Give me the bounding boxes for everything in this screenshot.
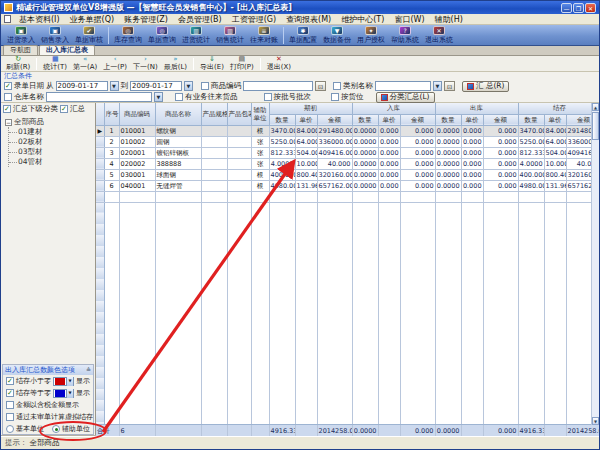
- table-scroll-area[interactable]: 序号商品编码商品名称产品规格产品包装辅助单位期初入库出库结存数量单价金额数量单价…: [96, 103, 599, 424]
- sum-sub-checkbox[interactable]: [3, 105, 11, 113]
- unit-radio-0[interactable]: [6, 425, 14, 433]
- tree-item-0[interactable]: 01建材: [9, 127, 95, 137]
- category-dropdown-icon[interactable]: ▼: [433, 81, 442, 91]
- toolbar-button-8[interactable]: ✱单据配置: [286, 25, 320, 46]
- empty-cell: [317, 224, 352, 235]
- maximize-button[interactable]: ❐: [573, 3, 584, 13]
- option-checkbox[interactable]: [6, 401, 14, 409]
- warehouse-dropdown-icon[interactable]: ▼: [154, 92, 163, 102]
- cell-value: 0.0000: [352, 136, 378, 147]
- row-selector[interactable]: ▶: [96, 125, 104, 136]
- report-toolbar-button-6[interactable]: ⇓导出(E): [197, 56, 227, 71]
- minimize-button[interactable]: —: [561, 3, 572, 13]
- summarize-button[interactable]: 汇 总(R): [462, 81, 509, 92]
- scroll-thumb[interactable]: [592, 112, 599, 140]
- product-code-browse-button[interactable]: ⊡: [315, 81, 326, 91]
- cell-value: 0.000: [483, 147, 518, 158]
- tree-item-1[interactable]: 02板材: [9, 137, 95, 147]
- toolbar-button-3[interactable]: ◎库存查询: [111, 25, 145, 46]
- report-toolbar-button-3[interactable]: ‹上一(P): [100, 56, 130, 71]
- pin-icon[interactable]: ≙: [86, 365, 91, 375]
- tree-item-3[interactable]: 04管材: [9, 157, 95, 167]
- product-code-input[interactable]: [243, 81, 313, 91]
- menu-item-6[interactable]: 维护中心(T): [336, 14, 389, 25]
- toolbar-button-5[interactable]: ▥进货统计: [179, 25, 213, 46]
- report-toolbar-button-1[interactable]: ▦统计(T): [40, 56, 70, 71]
- warehouse-input[interactable]: [46, 92, 152, 102]
- vertical-scrollbar[interactable]: ▲ ▼: [591, 103, 599, 425]
- toolbar-button-9[interactable]: ▼数据备份: [320, 25, 354, 46]
- tab-inout-summary[interactable]: 出入库汇总表: [39, 45, 95, 55]
- row-selector[interactable]: [96, 158, 104, 169]
- toolbar-button-7[interactable]: ≡往来对账: [247, 25, 281, 46]
- empty-cell: [483, 290, 518, 301]
- option-checkbox[interactable]: [6, 413, 14, 421]
- menu-item-1[interactable]: 业务单据(Q): [65, 14, 120, 25]
- swatch-dropdown-icon[interactable]: ▼: [66, 377, 73, 386]
- tree-item-2[interactable]: 03型材: [9, 147, 95, 157]
- report-toolbar-button-5[interactable]: »最后(L): [161, 56, 190, 71]
- row-selector[interactable]: [96, 147, 104, 158]
- location-checkbox[interactable]: [331, 93, 339, 101]
- date-from-dropdown-icon[interactable]: ▼: [110, 81, 119, 91]
- empty-cell: [201, 301, 227, 312]
- business-checkbox[interactable]: [175, 93, 183, 101]
- toolbar-button-4[interactable]: ◎单据查询: [145, 25, 179, 46]
- date-to-input[interactable]: 2009-01-17: [130, 81, 182, 91]
- menu-item-3[interactable]: 会员管理(B): [173, 14, 227, 25]
- date-to-dropdown-icon[interactable]: ▼: [184, 81, 193, 91]
- table-row[interactable]: 3020001镀铝锌钢板张812.3333504.000409416.0000.…: [96, 147, 599, 158]
- toolbar-button-0[interactable]: ▣进货录入: [4, 25, 38, 46]
- table-row[interactable]: 6040001无缝焊管根4980.0000131.960657162.0000.…: [96, 180, 599, 191]
- group-summary-button[interactable]: 分类汇总(L): [376, 92, 435, 103]
- table-row[interactable]: 2010002圆钢张5250.000064.000336000.0000.000…: [96, 136, 599, 147]
- toolbar-button-6[interactable]: ▥销售统计: [213, 25, 247, 46]
- toolbar-button-12[interactable]: ✕退出系统: [422, 25, 456, 46]
- row-selector[interactable]: [96, 180, 104, 191]
- table-row[interactable]: ▶1010001螺纹钢根3470.000084.000291480.0000.0…: [96, 125, 599, 136]
- scroll-down-icon[interactable]: ▼: [592, 417, 599, 425]
- row-selector[interactable]: [96, 136, 104, 147]
- toolbar-button-10[interactable]: ✦用户授权: [354, 25, 388, 46]
- toolbar-button-1[interactable]: ▣销售录入: [38, 25, 72, 46]
- category-browse-button[interactable]: ⊡: [444, 81, 455, 91]
- batch-checkbox[interactable]: [264, 93, 272, 101]
- toolbar-button-11[interactable]: ?帮助系统: [388, 25, 422, 46]
- report-toolbar-button-4[interactable]: ›下一(N): [130, 56, 161, 71]
- color-swatch-dropdown[interactable]: ▼: [53, 377, 74, 386]
- menu-item-8[interactable]: 辅助(H): [430, 14, 468, 25]
- date-from-input[interactable]: 2009-01-17: [56, 81, 108, 91]
- category-input[interactable]: [375, 81, 431, 91]
- table-row[interactable]: 5030001球面钢根400.0000800.400320160.0000.00…: [96, 169, 599, 180]
- empty-cell: [518, 356, 544, 367]
- option-checkbox[interactable]: [6, 377, 14, 385]
- report-toolbar-icon: ✕: [276, 56, 282, 63]
- menu-item-4[interactable]: 工资管理(G): [227, 14, 281, 25]
- date-checkbox[interactable]: [4, 82, 12, 90]
- row-selector[interactable]: [96, 169, 104, 180]
- table-row[interactable]: 4020002388888张4.000010.00040.0000.00000.…: [96, 158, 599, 169]
- tab-navigation[interactable]: 导航图: [3, 45, 38, 55]
- category-checkbox[interactable]: [333, 82, 341, 90]
- report-toolbar-button-8[interactable]: ✕退出(X): [264, 56, 294, 71]
- menu-item-2[interactable]: 账务管理(Z): [119, 14, 173, 25]
- menu-item-0[interactable]: 基本资料(I): [14, 14, 65, 25]
- unit-radio-1[interactable]: [52, 425, 60, 433]
- menu-item-5[interactable]: 查询报表(M): [281, 14, 336, 25]
- option-checkbox[interactable]: [6, 389, 14, 397]
- warehouse-checkbox[interactable]: [4, 93, 12, 101]
- empty-row: [96, 323, 599, 334]
- close-button[interactable]: ✕: [585, 3, 596, 13]
- color-swatch-dropdown[interactable]: ▼: [53, 389, 74, 398]
- tree-root-all-products[interactable]: − 全部商品: [5, 117, 95, 127]
- report-toolbar-button-2[interactable]: «第一(A): [70, 56, 100, 71]
- scroll-up-icon[interactable]: ▲: [592, 103, 599, 111]
- toolbar-button-2[interactable]: ✔单据审核: [72, 25, 106, 46]
- sum-checkbox[interactable]: [60, 105, 68, 113]
- report-toolbar-button-0[interactable]: ↻刷新(R): [3, 56, 33, 71]
- product-code-checkbox[interactable]: [201, 82, 209, 90]
- swatch-dropdown-icon[interactable]: ▼: [66, 389, 73, 398]
- tree-collapse-icon[interactable]: −: [5, 119, 12, 126]
- report-toolbar-button-7[interactable]: ▤打印(P): [227, 56, 257, 71]
- menu-item-7[interactable]: 窗口(W): [389, 14, 429, 25]
